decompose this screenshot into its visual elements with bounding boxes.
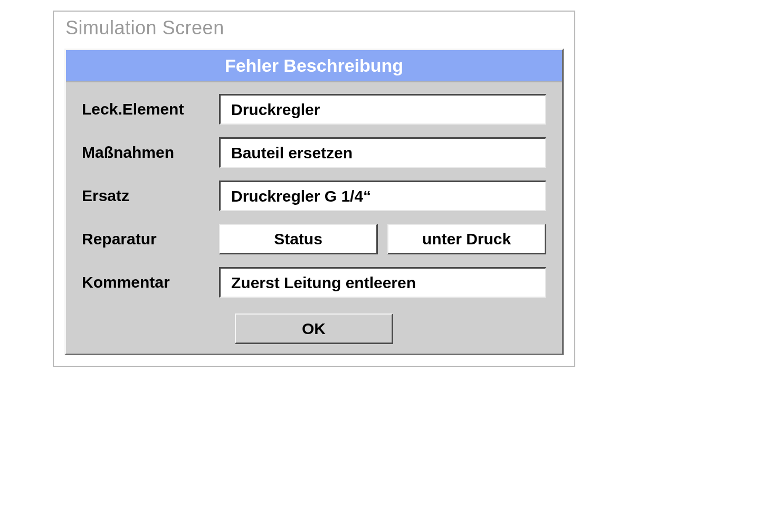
row-kommentar: Kommentar Zuerst Leitung entleeren [82,267,546,298]
status-button[interactable]: Status [219,224,378,254]
form-body: Leck.Element Druckregler Maßnahmen Baute… [66,82,562,354]
label-reparatur: Reparatur [82,230,219,248]
row-ersatz: Ersatz Druckregler G 1/4“ [82,180,546,211]
row-leck-element: Leck.Element Druckregler [82,94,546,125]
error-description-panel: Fehler Beschreibung Leck.Element Druckre… [64,49,564,355]
field-kommentar[interactable]: Zuerst Leitung entleeren [219,267,546,298]
row-reparatur: Reparatur Status unter Druck [82,224,546,254]
reparatur-buttons: Status unter Druck [219,224,546,254]
label-ersatz: Ersatz [82,187,219,205]
label-massnahmen: Maßnahmen [82,144,219,162]
field-ersatz[interactable]: Druckregler G 1/4“ [219,180,546,211]
field-leck-element[interactable]: Druckregler [219,94,546,125]
field-massnahmen[interactable]: Bauteil ersetzen [219,137,546,168]
label-kommentar: Kommentar [82,273,219,291]
label-leck-element: Leck.Element [82,100,219,118]
row-massnahmen: Maßnahmen Bauteil ersetzen [82,137,546,168]
ok-button[interactable]: OK [235,314,393,344]
unter-druck-button[interactable]: unter Druck [387,224,546,254]
window-title: Simulation Screen [54,12,574,49]
window: Simulation Screen Fehler Beschreibung Le… [53,11,575,367]
panel-header: Fehler Beschreibung [66,50,562,82]
ok-row: OK [82,310,546,344]
